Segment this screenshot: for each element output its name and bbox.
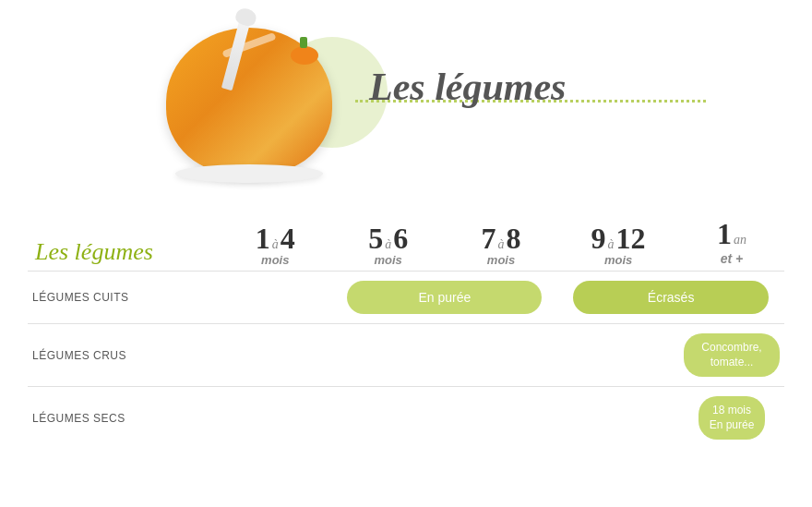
age-2-num1: 5 <box>368 223 383 253</box>
nutrition-table: Les légumes 1 à 4 mois 5 <box>28 212 784 449</box>
section-title-cell: Les légumes <box>28 212 219 272</box>
age-1-sub: mois <box>261 254 289 266</box>
cell-crus-1an: Concombre, tomate... <box>679 324 784 387</box>
cell-cuits-1to4 <box>219 272 331 324</box>
section-title: Les légumes <box>35 238 153 265</box>
age-2-sep: à <box>385 238 391 251</box>
age-4-sep: à <box>608 238 615 251</box>
cell-secs-1to4 <box>219 387 331 450</box>
table-row: LÉGUMES CRUS Concombre, tomate... <box>28 324 784 387</box>
table-row: LÉGUMES CUITS En purée Écrasés <box>28 272 784 324</box>
cell-crus-5to6 <box>331 324 444 387</box>
cell-crus-7to8 <box>445 324 557 387</box>
cell-cuits-9to1an: Écrasés <box>557 272 784 324</box>
row-label-crus: LÉGUMES CRUS <box>28 324 219 387</box>
header-area: Les légumes <box>0 0 812 203</box>
row-label-secs: LÉGUMES SECS <box>28 387 219 450</box>
age-2-sub: mois <box>374 254 401 266</box>
col-header-7to8: 7 à 8 mois <box>445 212 557 272</box>
age-3-num1: 7 <box>482 223 496 253</box>
table-header-row: Les légumes 1 à 4 mois 5 <box>28 212 784 272</box>
col-header-1to4: 1 à 4 mois <box>219 212 331 272</box>
age-1-num1: 1 <box>256 223 270 253</box>
cell-cuits-5to8: En purée <box>331 272 557 324</box>
cell-crus-1to4 <box>219 324 331 387</box>
pill-ecrases: Écrasés <box>573 281 769 314</box>
age-3-sub: mois <box>487 254 515 266</box>
pill-en-puree: En purée <box>347 281 542 314</box>
age-3-num2: 8 <box>507 223 521 253</box>
cell-secs-7to8 <box>445 387 557 450</box>
pill-concombre: Concombre, tomate... <box>684 333 780 377</box>
carrot-decoration <box>286 37 323 74</box>
cell-secs-5to6 <box>331 387 444 450</box>
row-label-cuits: LÉGUMES CUITS <box>28 272 219 324</box>
table-row: LÉGUMES SECS 18 mois En purée <box>28 387 784 450</box>
age-1-num2: 4 <box>281 223 295 253</box>
age-5-extra: et + <box>721 251 744 266</box>
col-header-1an: 1 an et + <box>679 212 784 272</box>
cell-secs-9to12 <box>557 387 679 450</box>
col-header-9to12: 9 à 12 mois <box>557 212 679 272</box>
age-3-sep: à <box>498 238 505 251</box>
table-container: Les légumes 1 à 4 mois 5 <box>9 212 803 449</box>
age-5-sub: an <box>734 233 746 247</box>
age-4-sub: mois <box>604 254 632 266</box>
page-title: Les légumes <box>369 65 566 109</box>
cell-crus-9to12 <box>557 324 679 387</box>
age-4-num1: 9 <box>591 223 606 253</box>
pill-18mois: 18 mois En purée <box>699 396 766 440</box>
age-4-num2: 12 <box>616 223 646 253</box>
food-image <box>138 9 341 185</box>
age-5-num1: 1 <box>717 217 732 251</box>
age-2-num2: 6 <box>393 223 408 253</box>
col-header-5to6: 5 à 6 mois <box>331 212 444 272</box>
cell-secs-1an: 18 mois En purée <box>679 387 784 450</box>
age-1-sep: à <box>272 238 279 251</box>
